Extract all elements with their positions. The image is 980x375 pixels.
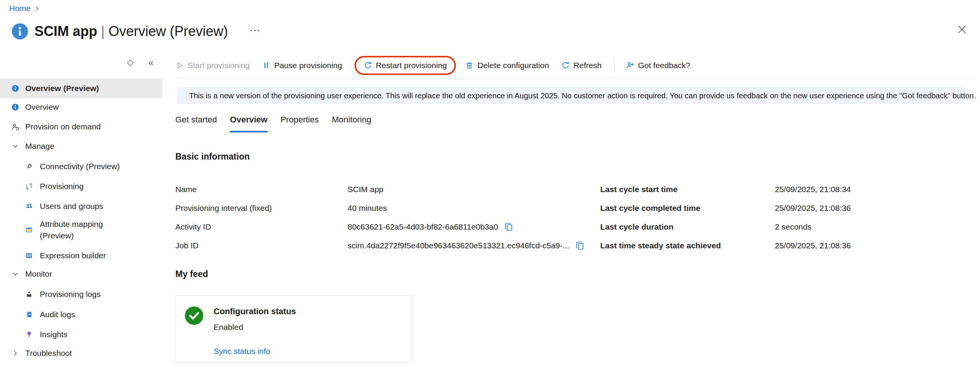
field-value: 2 seconds — [775, 222, 812, 232]
field-label: Last cycle completed time — [600, 204, 775, 213]
tab-bar: Get started Overview Properties Monitori… — [175, 115, 371, 132]
more-menu-button[interactable]: … — [250, 21, 261, 34]
page-title-app-name: SCIM app — [34, 23, 97, 39]
sidebar-item-attribute-mapping[interactable]: Attribute mapping (Preview) — [0, 215, 162, 245]
copy-icon[interactable] — [503, 222, 514, 232]
job-id-value: scim.4da2272f9f5e40be963463620e513321.ec… — [348, 241, 569, 250]
command-bar: Start provisioning Pause provisioning Re… — [175, 54, 702, 77]
page-title-blade-name: Overview (Preview) — [108, 23, 228, 39]
field-label: Last time steady state achieved — [600, 241, 775, 250]
sidebar-item-connectivity[interactable]: Connectivity (Preview) — [0, 157, 162, 176]
field-value: 25/09/2025, 21:08:36 — [775, 204, 851, 213]
sidebar-item-label: Provisioning — [40, 182, 83, 191]
toolbar-button-label: Pause provisioning — [274, 61, 342, 70]
restart-provisioning-button[interactable]: Restart provisioning — [354, 56, 456, 75]
close-icon[interactable] — [956, 24, 968, 35]
toolbar-divider — [175, 78, 975, 78]
field-value: 40 minutes — [348, 204, 387, 213]
bulb-icon — [25, 331, 33, 338]
field-label: Activity ID — [175, 222, 348, 232]
sidebar-group-label: Troubleshoot — [25, 349, 72, 358]
field-label: Name — [175, 185, 348, 194]
sidebar-item-users-and-groups[interactable]: Users and groups — [0, 196, 162, 216]
breadcrumb-home-link[interactable]: Home — [9, 4, 31, 13]
sidebar-item-label: Overview — [25, 103, 59, 112]
sidebar-item-provisioning[interactable]: Provisioning — [0, 176, 162, 196]
tab-get-started[interactable]: Get started — [175, 115, 217, 132]
chevron-right-icon — [11, 349, 19, 357]
field-value: 25/09/2025, 21:08:36 — [775, 241, 851, 250]
basic-information-heading: Basic information — [175, 152, 250, 162]
info-row-job-id: Job ID scim.4da2272f9f5e40be963463620e51… — [175, 239, 585, 252]
field-value: 80c63621-62a5-4d03-bf82-6a6811e0b3a0 — [348, 222, 514, 232]
page-title: SCIM app|Overview (Preview) — [34, 23, 228, 40]
info-icon — [11, 103, 19, 111]
tab-properties[interactable]: Properties — [281, 115, 319, 132]
field-label: Last cycle duration — [600, 222, 775, 232]
breadcrumb-chevron-icon — [34, 6, 40, 11]
field-label: Last cycle start time — [600, 185, 775, 194]
pause-provisioning-button[interactable]: Pause provisioning — [262, 61, 342, 70]
sidebar-item-insights[interactable]: Insights — [0, 324, 162, 344]
book-icon — [25, 311, 33, 318]
tab-monitoring[interactable]: Monitoring — [332, 115, 371, 132]
field-value: SCIM app — [348, 185, 383, 194]
breadcrumb: Home — [9, 4, 40, 13]
table-icon — [25, 226, 33, 234]
sidebar-item-provision-on-demand[interactable]: Provision on demand — [0, 117, 162, 137]
toolbar-button-label: Restart provisioning — [376, 61, 447, 70]
code-icon — [25, 252, 33, 259]
delete-icon — [465, 61, 474, 70]
page-title-divider: | — [97, 23, 108, 39]
scim-app-overview-blade: Home SCIM app|Overview (Preview) … ◇ « O… — [0, 0, 980, 375]
sidebar-item-audit-logs[interactable]: Audit logs — [0, 305, 162, 324]
field-label: Provisioning interval (fixed) — [175, 204, 348, 213]
refresh-button[interactable]: Refresh — [561, 61, 602, 70]
sidebar-item-overview[interactable]: Overview — [0, 97, 162, 117]
chevron-down-icon — [11, 270, 19, 278]
copy-icon[interactable] — [575, 240, 585, 251]
toolbar-separator — [614, 59, 614, 72]
my-feed-heading: My feed — [175, 269, 208, 279]
info-row-steady-state: Last time steady state achieved 25/09/20… — [600, 239, 851, 252]
person-sync-icon — [11, 123, 19, 130]
sidebar-item-label: Expression builder — [40, 251, 106, 260]
delete-configuration-button[interactable]: Delete configuration — [465, 61, 549, 70]
people-icon — [25, 202, 33, 210]
banner-text: This is a new version of the provisionin… — [189, 91, 976, 100]
sidebar-item-label: Connectivity (Preview) — [40, 162, 120, 171]
sidebar-group-manage[interactable]: Manage — [0, 136, 162, 156]
collapse-sidebar-icon[interactable]: « — [149, 57, 154, 68]
play-icon — [175, 61, 184, 70]
sidebar-group-label: Manage — [25, 142, 54, 151]
sidebar-group-troubleshoot[interactable]: Troubleshoot — [0, 343, 162, 363]
sidebar-item-overview-preview[interactable]: Overview (Preview) — [0, 78, 162, 98]
configuration-status-card: Configuration status Enabled Sync status… — [175, 295, 413, 363]
sync-icon — [25, 183, 33, 190]
info-row-activity-id: Activity ID 80c63621-62a5-4d03-bf82-6a68… — [175, 220, 514, 233]
feedback-icon — [626, 61, 634, 70]
toolbar-button-label: Refresh — [573, 61, 602, 70]
sidebar-item-label: Attribute mapping (Preview) — [40, 218, 132, 242]
sidebar-item-expression-builder[interactable]: Expression builder — [0, 246, 162, 266]
check-circle-icon — [185, 306, 204, 325]
info-row-provisioning-interval: Provisioning interval (fixed) 40 minutes — [175, 202, 387, 215]
sidebar-item-label: Audit logs — [40, 310, 75, 319]
start-provisioning-button[interactable]: Start provisioning — [175, 61, 250, 70]
resize-blade-icon[interactable]: ◇ — [127, 57, 134, 67]
toolbar-button-label: Got feedback? — [638, 61, 691, 70]
sync-status-info-link[interactable]: Sync status info — [214, 347, 270, 356]
sidebar-item-label: Provisioning logs — [40, 290, 101, 299]
sidebar-item-label: Overview (Preview) — [25, 84, 99, 93]
info-icon — [11, 85, 19, 92]
info-row-last-cycle-completed: Last cycle completed time 25/09/2025, 21… — [600, 202, 851, 215]
app-info-icon — [11, 23, 28, 40]
toolbar-button-label: Start provisioning — [188, 61, 250, 70]
tab-overview[interactable]: Overview — [230, 115, 268, 132]
sidebar-group-monitor[interactable]: Monitor — [0, 264, 162, 284]
field-value: 25/09/2025, 21:08:34 — [775, 185, 851, 194]
got-feedback-button[interactable]: Got feedback? — [626, 61, 691, 70]
sidebar-item-provisioning-logs[interactable]: Provisioning logs — [0, 284, 162, 304]
sidebar-item-label: Provision on demand — [25, 122, 101, 131]
sidebar-item-label: Insights — [40, 330, 67, 339]
